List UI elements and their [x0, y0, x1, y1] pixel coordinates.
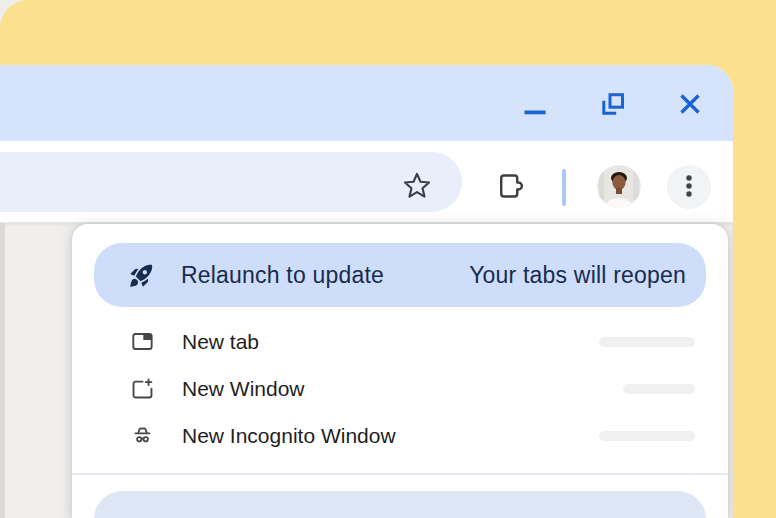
menu-item-label: New Incognito Window [182, 424, 396, 448]
browser-dropdown-menu: Relaunch to update Your tabs will reopen… [72, 224, 728, 518]
minimize-button[interactable] [521, 90, 549, 118]
new-tab-icon [130, 329, 155, 354]
rocket-launch-icon [128, 262, 155, 289]
profile-avatar-button[interactable] [597, 165, 641, 209]
relaunch-label: Relaunch to update [181, 262, 384, 289]
shortcut-placeholder-bar [599, 431, 695, 441]
page-content-edge [0, 223, 5, 518]
menu-item-new-incognito-window[interactable]: New Incognito Window [72, 412, 728, 459]
restore-icon [599, 90, 627, 118]
address-bar[interactable] [0, 152, 462, 212]
browser-toolbar [0, 141, 733, 223]
menu-divider [72, 473, 728, 475]
profile-avatar [597, 165, 641, 209]
menu-item-list: New tab New Window [72, 318, 728, 459]
menu-item-new-window[interactable]: New Window [72, 365, 728, 412]
window-titlebar [0, 65, 733, 141]
menu-item-label: New tab [182, 330, 259, 354]
shortcut-placeholder-bar [599, 337, 695, 347]
toolbar-divider [562, 169, 566, 206]
restore-button[interactable] [599, 90, 627, 118]
menu-item-label: New Window [182, 377, 305, 401]
extensions-button[interactable] [489, 165, 533, 209]
screenshot-root: { "app": { "name": "Chrome browser updat… [0, 0, 776, 518]
bookmark-star-button[interactable] [395, 165, 439, 209]
menu-item-partial[interactable] [94, 491, 706, 518]
menu-item-relaunch-to-update[interactable]: Relaunch to update Your tabs will reopen [94, 243, 706, 307]
close-button[interactable] [676, 90, 704, 118]
browser-window: Relaunch to update Your tabs will reopen… [0, 65, 733, 518]
new-window-icon [130, 376, 155, 401]
extensions-puzzle-icon [494, 169, 528, 206]
menu-item-new-tab[interactable]: New tab [72, 318, 728, 365]
bookmark-star-icon [401, 170, 433, 205]
incognito-icon [130, 423, 155, 448]
shortcut-placeholder-bar [623, 384, 695, 394]
minimize-icon [521, 90, 549, 118]
relaunch-hint: Your tabs will reopen [469, 262, 686, 289]
three-dot-menu-icon [676, 173, 702, 202]
close-icon [676, 90, 704, 118]
browser-menu-button[interactable] [667, 165, 711, 209]
